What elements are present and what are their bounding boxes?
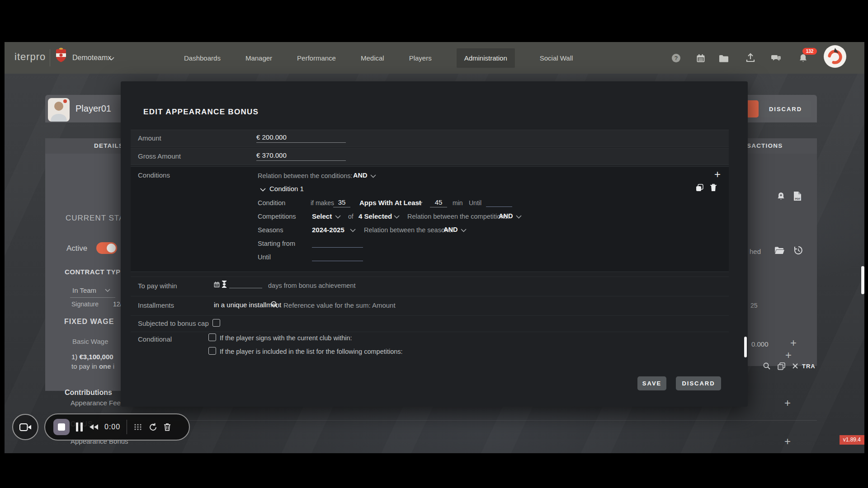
hourglass-icon[interactable] [222,281,227,290]
pay-within-days-input[interactable] [229,281,262,288]
nav-item-manager[interactable]: Manager [245,54,272,62]
conditional-option1-checkbox[interactable] [208,333,216,341]
open-folder-icon[interactable] [774,246,785,256]
starting-from-label: Starting from [258,240,295,247]
competitions-select-dropdown[interactable]: Select [312,212,332,220]
iterpro-logo: iterpro [14,51,46,63]
amount-input[interactable]: € 200.000 [256,133,346,143]
if-makes-label: if makes [311,199,334,206]
seasons-dropdown[interactable]: 2024-2025 [312,226,344,234]
nav-item-social-wall[interactable]: Social Wall [540,54,573,62]
nav-item-dashboards[interactable]: Dashboards [184,54,221,62]
recorder-camera-button[interactable] [12,414,38,440]
duplicate-condition-icon[interactable] [696,184,703,193]
until-row-label: Until [258,253,271,261]
delete-condition-icon[interactable] [710,183,717,193]
relation-seasons-label: Relation between the seasons: [364,226,453,234]
edit-appearance-bonus-modal: EDIT APPEARANCE BONUS Amount € 200.000 G… [121,81,748,407]
modal-scrollbar[interactable] [744,337,747,357]
competitions-selected-dropdown[interactable]: 4 Selected [359,212,392,220]
add-button[interactable]: + [790,337,797,349]
chevron-down-icon[interactable] [108,57,114,61]
chevron-down-icon[interactable] [350,229,356,232]
conditional-option2-checkbox[interactable] [208,347,216,355]
collapse-condition-icon[interactable] [260,188,266,192]
chevron-down-icon[interactable] [370,174,376,178]
gross-amount-row: Gross Amount € 370.000 [131,148,729,165]
bell-plus-icon[interactable] [777,192,785,203]
bonus-cap-checkbox[interactable] [212,319,220,327]
pdf-export-icon[interactable]: PDF [793,191,802,203]
chevron-down-icon[interactable] [461,229,467,232]
delete-recording-icon[interactable] [164,423,171,431]
basic-wage-label: Basic Wage [72,338,108,345]
nav-item-administration[interactable]: Administration [457,48,515,68]
relation-competitions-dropdown[interactable]: AND [499,212,513,220]
rewind-icon[interactable] [89,424,98,430]
nav-item-players[interactable]: Players [409,54,432,62]
search-icon[interactable] [271,301,278,310]
starting-from-input[interactable] [312,239,363,248]
apps-type-dropdown[interactable]: Apps With At Least [359,199,421,206]
calendar-small-icon[interactable] [214,282,220,290]
tab-details[interactable]: DETAILS [94,142,123,149]
add-button[interactable]: + [785,349,792,361]
amount-label: Amount [138,134,161,142]
search-icon[interactable] [763,362,770,371]
appearance-fees-row[interactable]: Appearance Fees [71,399,124,407]
until-row-input[interactable] [312,253,363,261]
player-name: Player01 [75,103,111,114]
chevron-down-icon[interactable] [105,289,110,292]
in-team-dropdown[interactable]: In Team [72,286,96,294]
chevron-down-icon[interactable] [394,215,400,219]
competitions-row-label: Competitions [258,213,296,220]
chat-icon[interactable] [771,54,781,63]
add-row-button[interactable]: + [784,435,791,448]
drag-handle-icon[interactable] [133,423,142,431]
modal-discard-button[interactable]: DISCARD [676,376,721,390]
question-glyph: ? [675,55,678,61]
until-date-input[interactable] [486,199,512,207]
gross-amount-input[interactable]: € 370.000 [256,151,346,161]
help-icon[interactable]: ? [672,54,680,62]
bell-icon[interactable] [799,54,807,63]
stop-recording-button[interactable] [53,419,70,435]
conditions-section: Conditions Relation between the conditio… [131,166,729,272]
recording-time: 0:00 [104,423,120,431]
contract-type-header: CONTRACT TYP [65,268,121,276]
folder-icon[interactable] [719,55,729,62]
until-label: Until [469,199,481,206]
minutes-input[interactable]: 45 [430,198,447,207]
active-toggle[interactable] [96,242,117,254]
nav-item-performance[interactable]: Performance [297,54,336,62]
relation-seasons-dropdown[interactable]: AND [443,226,458,233]
player-avatar [48,98,70,122]
page-scrollbar[interactable] [861,266,864,294]
close-icon[interactable] [792,363,798,371]
modal-save-button[interactable]: SAVE [637,376,666,390]
attached-fragment: hed [750,248,761,255]
save-button-fragment[interactable] [746,100,759,117]
relation-conditions-dropdown[interactable]: AND [353,172,367,179]
chevron-down-icon[interactable] [417,202,423,205]
notification-badge: 132 [802,48,817,55]
calendar-icon[interactable] [696,54,705,63]
chevron-down-icon[interactable] [335,215,341,219]
duplicate-icon[interactable] [778,362,785,372]
pause-recording-button[interactable] [76,422,83,432]
team-selector[interactable]: Demoteamx [72,54,111,62]
nav-item-medical[interactable]: Medical [361,54,384,62]
restart-recording-icon[interactable] [149,423,157,432]
add-condition-button[interactable]: + [714,168,721,181]
history-icon[interactable] [794,246,803,257]
upload-icon[interactable] [746,53,755,63]
add-row-button[interactable]: + [784,397,791,409]
pay-within-label: To pay within [138,282,177,290]
chevron-down-icon[interactable] [516,215,522,219]
season-fragment: 25 [750,302,758,309]
page-discard-button[interactable]: DISCARD [760,100,811,117]
tab-transactions[interactable]: SACTIONS [747,142,783,149]
apps-count-input[interactable]: 35 [333,198,350,207]
user-avatar[interactable] [824,45,846,68]
main-nav: Dashboards Manager Performance Medical P… [184,42,573,74]
